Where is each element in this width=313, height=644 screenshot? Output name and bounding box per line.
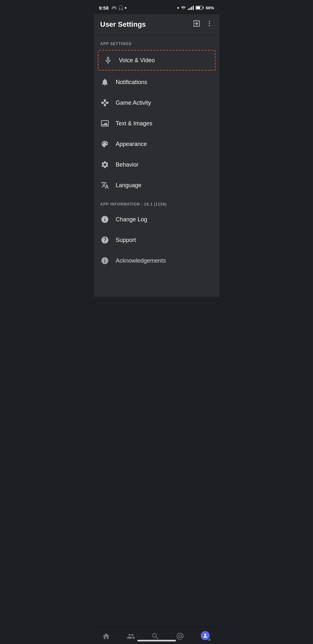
gamepad-icon	[100, 98, 109, 107]
appearance-label: Appearance	[116, 141, 147, 148]
info-circle-2-icon	[100, 256, 109, 265]
acknowledgements-item[interactable]: Acknowledgements	[94, 250, 219, 271]
changelog-label: Change Log	[116, 216, 147, 223]
status-left: 9:58 🎮 🎧	[99, 5, 126, 11]
info-circle-icon	[100, 215, 109, 224]
changelog-item[interactable]: Change Log	[94, 209, 219, 230]
behavior-item[interactable]: Behavior	[94, 154, 219, 175]
behavior-label: Behavior	[116, 161, 139, 168]
notifications-label: Notifications	[116, 79, 147, 86]
behavior-gear-icon	[100, 160, 109, 169]
svg-rect-3	[107, 63, 108, 64]
voice-video-label: Voice & Video	[119, 57, 155, 64]
game-activity-label: Game Activity	[116, 100, 151, 106]
svg-point-1	[209, 23, 210, 24]
page-header: User Settings	[94, 14, 219, 35]
text-images-item[interactable]: Text & Images	[94, 113, 219, 134]
language-label: Language	[116, 182, 142, 189]
dot-icon	[125, 7, 126, 9]
dot-signal-icon	[177, 7, 179, 9]
support-item[interactable]: Support	[94, 230, 219, 250]
palette-icon	[100, 139, 109, 149]
battery-percent: 66%	[206, 5, 214, 10]
logout-button[interactable]	[192, 19, 201, 30]
text-images-label: Text & Images	[116, 120, 152, 127]
language-item[interactable]: Language	[94, 175, 219, 196]
more-options-button[interactable]	[206, 20, 213, 29]
question-circle-icon	[100, 235, 109, 245]
settings-content: APP SETTINGS Voice & Video Notifications	[94, 35, 219, 297]
status-bar: 9:58 🎮 🎧 66%	[94, 0, 219, 14]
translate-icon	[100, 181, 109, 190]
status-time: 9:58	[99, 5, 109, 11]
status-right: 66%	[177, 5, 214, 10]
header-actions	[192, 19, 213, 30]
battery-icon	[196, 6, 204, 10]
microphone-icon	[104, 56, 113, 65]
svg-point-0	[209, 21, 210, 22]
signal-bars	[188, 5, 194, 10]
bell-icon	[100, 78, 109, 87]
appearance-item[interactable]: Appearance	[94, 134, 219, 154]
app-info-section-header: APP INFORMATION - 26.1 (1158)	[94, 196, 219, 209]
app-settings-section-header: APP SETTINGS	[94, 35, 219, 49]
gamepad-status-icon: 🎮	[111, 5, 117, 10]
acknowledgements-label: Acknowledgements	[116, 257, 166, 264]
image-icon	[100, 119, 109, 128]
status-notification-icons: 🎮 🎧	[111, 5, 126, 10]
wifi-icon	[181, 6, 186, 10]
discord-status-icon: 🎧	[118, 5, 124, 10]
game-activity-item[interactable]: Game Activity	[94, 92, 219, 113]
svg-point-2	[209, 25, 210, 26]
support-label: Support	[116, 237, 136, 244]
notifications-item[interactable]: Notifications	[94, 72, 219, 92]
page-title: User Settings	[100, 20, 146, 29]
voice-video-item[interactable]: Voice & Video	[98, 50, 216, 71]
